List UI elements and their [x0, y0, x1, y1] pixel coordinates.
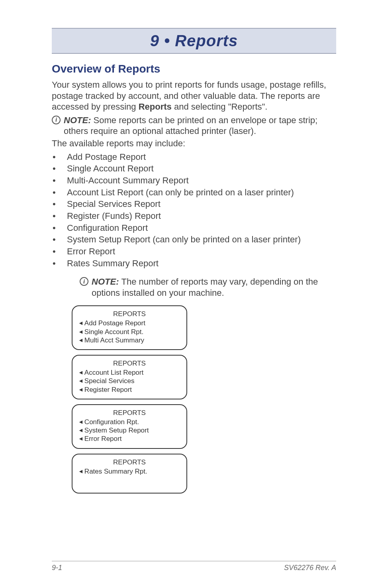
- info-icon: i: [52, 116, 61, 124]
- note-2-sep: :: [116, 277, 121, 287]
- page-number: 9-1: [52, 564, 62, 572]
- note-2-text: NOTE: The number of reports may vary, de…: [92, 276, 336, 298]
- list-item: •Error Report: [52, 246, 336, 258]
- screen-item: ◄Error Report: [78, 435, 181, 443]
- screen-panel: REPORTS ◄Rates Summary Rpt.: [72, 454, 187, 494]
- screen-item: ◄Single Account Rpt.: [78, 328, 181, 336]
- triangle-left-icon: ◄: [78, 386, 84, 393]
- bullet-icon: •: [52, 246, 67, 258]
- triangle-left-icon: ◄: [78, 378, 84, 385]
- triangle-left-icon: ◄: [78, 328, 84, 336]
- list-item: •Single Account Report: [52, 163, 336, 175]
- screen-item-label: Add Postage Report: [84, 319, 145, 327]
- screen-panel: REPORTS ◄Add Postage Report ◄Single Acco…: [72, 305, 187, 350]
- list-item-text: Rates Summary Report: [67, 258, 336, 269]
- available-line: The available reports may include:: [52, 138, 336, 149]
- bullet-icon: •: [52, 163, 67, 175]
- screen-panel: REPORTS ◄Account List Report ◄Special Se…: [72, 355, 187, 399]
- note-1-text: NOTE: Some reports can be printed on an …: [64, 115, 336, 137]
- bullet-icon: •: [52, 175, 67, 187]
- list-item: •Configuration Report: [52, 222, 336, 234]
- triangle-left-icon: ◄: [78, 427, 84, 434]
- doc-id: SV62276 Rev. A: [284, 564, 336, 572]
- screen-item-label: System Setup Report: [84, 426, 149, 435]
- screen-title: REPORTS: [78, 360, 181, 368]
- screen-item-label: Configuration Rpt.: [84, 418, 139, 426]
- triangle-left-icon: ◄: [78, 369, 84, 376]
- list-item-text: Multi-Account Summary Report: [67, 175, 336, 187]
- list-item-text: Special Services Report: [67, 198, 336, 210]
- bullet-icon: •: [52, 222, 67, 234]
- list-item-text: System Setup Report (can only be printed…: [67, 234, 336, 246]
- intro-text-bold: Reports: [139, 102, 172, 112]
- note-1-label: NOTE: [64, 115, 88, 125]
- list-item: •Register (Funds) Report: [52, 210, 336, 222]
- screen-item-label: Rates Summary Rpt.: [84, 467, 147, 476]
- screen-item-label: Multi Acct Summary: [84, 336, 144, 344]
- note-2-label: NOTE: [92, 277, 116, 287]
- screen-title: REPORTS: [78, 310, 181, 318]
- screen-item: ◄Configuration Rpt.: [78, 418, 181, 426]
- screen-item: ◄Special Services: [78, 377, 181, 385]
- reports-list: •Add Postage Report •Single Account Repo…: [52, 151, 336, 269]
- screen-item: ◄Add Postage Report: [78, 319, 181, 327]
- chapter-title: 9 • Reports: [52, 32, 336, 50]
- list-item-text: Configuration Report: [67, 222, 336, 234]
- screen-item: ◄Account List Report: [78, 368, 181, 377]
- screen-title: REPORTS: [78, 458, 181, 466]
- bullet-icon: •: [52, 258, 67, 269]
- note-1-body: Some reports can be printed on an envelo…: [64, 115, 317, 136]
- screen-item: ◄System Setup Report: [78, 426, 181, 435]
- note-1-sep: :: [88, 115, 93, 125]
- list-item-text: Error Report: [67, 246, 336, 258]
- note-1: i NOTE: Some reports can be printed on a…: [52, 115, 336, 137]
- list-item-text: Account List Report (can only be printed…: [67, 187, 336, 199]
- screen-panel: REPORTS ◄Configuration Rpt. ◄System Setu…: [72, 404, 187, 449]
- screen-item-label: Special Services: [84, 377, 135, 385]
- bullet-icon: •: [52, 210, 67, 222]
- list-item: •Rates Summary Report: [52, 258, 336, 269]
- list-item: •System Setup Report (can only be printe…: [52, 234, 336, 246]
- triangle-left-icon: ◄: [78, 337, 84, 344]
- note-2-body: The number of reports may vary, dependin…: [92, 277, 318, 298]
- intro-paragraph: Your system allows you to print reports …: [52, 79, 336, 112]
- list-item: •Account List Report (can only be printe…: [52, 187, 336, 199]
- screen-item-label: Register Report: [84, 385, 132, 394]
- screen-item: ◄Register Report: [78, 385, 181, 394]
- list-item: •Add Postage Report: [52, 151, 336, 163]
- info-icon: i: [80, 277, 88, 286]
- chapter-banner: 9 • Reports: [52, 28, 336, 54]
- section-heading: Overview of Reports: [52, 63, 336, 75]
- list-item-text: Register (Funds) Report: [67, 210, 336, 222]
- screen-item: ◄Rates Summary Rpt.: [78, 467, 181, 476]
- screen-item: ◄Multi Acct Summary: [78, 336, 181, 344]
- bullet-icon: •: [52, 187, 67, 199]
- intro-text-post: and selecting "Reports".: [172, 102, 268, 112]
- screen-item-label: Account List Report: [84, 368, 143, 377]
- screen-title: REPORTS: [78, 409, 181, 417]
- triangle-left-icon: ◄: [78, 435, 84, 442]
- triangle-left-icon: ◄: [78, 468, 84, 475]
- bullet-icon: •: [52, 198, 67, 210]
- note-2: i NOTE: The number of reports may vary, …: [80, 276, 336, 298]
- list-item-text: Add Postage Report: [67, 151, 336, 163]
- triangle-left-icon: ◄: [78, 320, 84, 327]
- bullet-icon: •: [52, 151, 67, 163]
- page-footer: 9-1 SV62276 Rev. A: [52, 561, 336, 572]
- list-item: •Special Services Report: [52, 198, 336, 210]
- triangle-left-icon: ◄: [78, 419, 84, 426]
- list-item-text: Single Account Report: [67, 163, 336, 175]
- document-page: 9 • Reports Overview of Reports Your sys…: [0, 0, 380, 588]
- screen-item-label: Single Account Rpt.: [84, 328, 143, 336]
- screen-item-label: Error Report: [84, 435, 122, 443]
- screen-mockups: REPORTS ◄Add Postage Report ◄Single Acco…: [72, 305, 336, 493]
- bullet-icon: •: [52, 234, 67, 246]
- list-item: •Multi-Account Summary Report: [52, 175, 336, 187]
